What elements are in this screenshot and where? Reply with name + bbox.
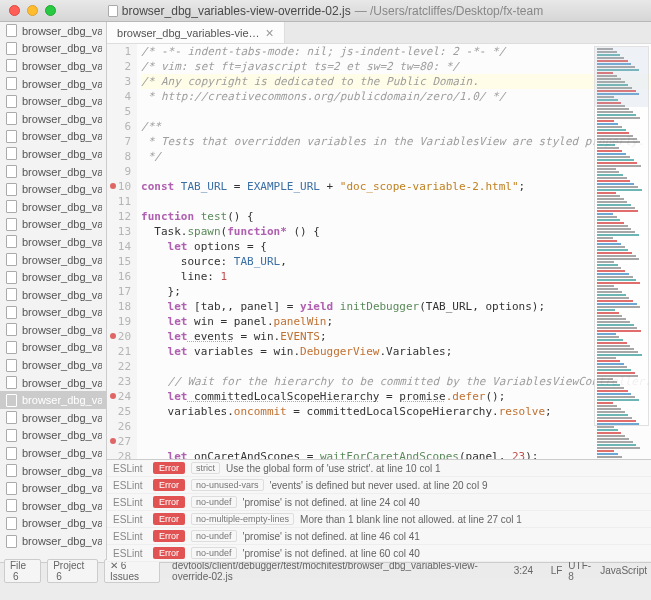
- language-mode[interactable]: JavaScript: [600, 565, 647, 576]
- breakpoint-icon[interactable]: [110, 393, 116, 399]
- file-sidebar[interactable]: browser_dbg_variables-viewbrowser_dbg_va…: [0, 22, 107, 562]
- sidebar-item-label: browser_dbg_variables-view: [22, 148, 102, 160]
- document-icon: [6, 200, 17, 213]
- file-issue-count[interactable]: File 6: [4, 559, 41, 583]
- sidebar-item[interactable]: browser_dbg_variables-view: [0, 22, 106, 40]
- lint-row[interactable]: ESLintErrorno-multiple-empty-linesMore t…: [107, 511, 651, 528]
- sidebar-item[interactable]: browser_dbg_variables-view: [0, 304, 106, 322]
- lint-row[interactable]: ESLintErrorno-undef'promise' is not defi…: [107, 528, 651, 545]
- breakpoint-icon[interactable]: [110, 438, 116, 444]
- document-icon: [6, 42, 17, 55]
- sidebar-item[interactable]: browser_dbg_variables-view: [0, 532, 106, 550]
- sidebar-item[interactable]: browser_dbg_variables-view: [0, 92, 106, 110]
- sidebar-item[interactable]: browser_dbg_variables-view: [0, 356, 106, 374]
- sidebar-item[interactable]: browser_dbg_variables-view: [0, 198, 106, 216]
- line-ending[interactable]: LF: [551, 565, 563, 576]
- sidebar-item[interactable]: browser_dbg_variables-view: [0, 40, 106, 58]
- sidebar-item-label: browser_dbg_variables-view: [22, 271, 102, 283]
- lint-message: More than 1 blank line not allowed. at l…: [300, 514, 522, 525]
- code-line[interactable]: /* vim: set ft=javascript ts=2 et sw=2 t…: [141, 59, 651, 74]
- lint-row[interactable]: ESLintErrorno-unused-vars'events' is def…: [107, 477, 651, 494]
- code-line[interactable]: [141, 359, 651, 374]
- code-line[interactable]: variables.oncommit = committedLocalScope…: [141, 404, 651, 419]
- sidebar-item[interactable]: browser_dbg_variables-view: [0, 374, 106, 392]
- sidebar-item-label: browser_dbg_variables-view: [22, 482, 102, 494]
- sidebar-item[interactable]: browser_dbg_variables-view: [0, 515, 106, 533]
- code-line[interactable]: /* -*- indent-tabs-mode: nil; js-indent-…: [141, 44, 651, 59]
- sidebar-item[interactable]: browser_dbg_variables-view: [0, 163, 106, 181]
- editor-tab[interactable]: browser_dbg_variables-vie… ×: [107, 22, 285, 43]
- code-line[interactable]: source: TAB_URL,: [141, 254, 651, 269]
- sidebar-item[interactable]: browser_dbg_variables-view: [0, 391, 106, 409]
- code-line[interactable]: [141, 434, 651, 449]
- code-line[interactable]: [141, 164, 651, 179]
- sidebar-item[interactable]: browser_dbg_variables-view: [0, 339, 106, 357]
- sidebar-item[interactable]: browser_dbg_variables-view: [0, 233, 106, 251]
- line-gutter[interactable]: 1234567891011121314151617181920212223242…: [107, 44, 137, 459]
- code-line[interactable]: const TAB_URL = EXAMPLE_URL + "doc_scope…: [141, 179, 651, 194]
- sidebar-item[interactable]: browser_dbg_variables-view: [0, 75, 106, 93]
- sidebar-item[interactable]: browser_dbg_variables-view: [0, 216, 106, 234]
- code-line[interactable]: function test() {: [141, 209, 651, 224]
- minimap[interactable]: [594, 46, 649, 426]
- code-line[interactable]: let win = panel.panelWin;: [141, 314, 651, 329]
- tab-close-icon[interactable]: ×: [266, 26, 274, 40]
- code-line[interactable]: // Wait for the hierarchy to be committe…: [141, 374, 651, 389]
- sidebar-item[interactable]: browser_dbg_variables-view: [0, 479, 106, 497]
- sidebar-item[interactable]: browser_dbg_variables-view: [0, 268, 106, 286]
- lint-tool: ESLint: [113, 463, 147, 474]
- sidebar-item[interactable]: browser_dbg_variables-view: [0, 145, 106, 163]
- close-window-icon[interactable]: [9, 5, 20, 16]
- code-line[interactable]: [141, 194, 651, 209]
- sidebar-item[interactable]: browser_dbg_variables-view: [0, 128, 106, 146]
- sidebar-item[interactable]: browser_dbg_variables-view: [0, 286, 106, 304]
- code-line[interactable]: */: [141, 149, 651, 164]
- sidebar-item[interactable]: browser_dbg_variables-view: [0, 427, 106, 445]
- sidebar-item[interactable]: browser_dbg_variables-view: [0, 180, 106, 198]
- lint-message: 'events' is defined but never used. at l…: [270, 480, 488, 491]
- code-line[interactable]: let [tab,, panel] = yield initDebugger(T…: [141, 299, 651, 314]
- project-issue-count[interactable]: Project 6: [47, 559, 98, 583]
- lint-row[interactable]: ESLintErrorstrictUse the global form of …: [107, 460, 651, 477]
- sidebar-item[interactable]: browser_dbg_variables-view: [0, 110, 106, 128]
- breakpoint-icon[interactable]: [110, 183, 116, 189]
- lint-severity-badge: Error: [153, 513, 185, 525]
- main-split: browser_dbg_variables-viewbrowser_dbg_va…: [0, 22, 651, 562]
- code-line[interactable]: let committedLocalScopeHierarchy = promi…: [141, 389, 651, 404]
- document-icon: [6, 535, 17, 548]
- encoding[interactable]: UTF-8: [568, 560, 594, 582]
- lint-tool: ESLint: [113, 480, 147, 491]
- code-line[interactable]: let onCaretAndScopes = waitForCaretAndSc…: [141, 449, 651, 459]
- document-icon: [6, 130, 17, 143]
- code-line[interactable]: Task.spawn(function* () {: [141, 224, 651, 239]
- code-line[interactable]: * Tests that overridden variables in the…: [141, 134, 651, 149]
- code-line[interactable]: let events = win.EVENTS;: [141, 329, 651, 344]
- sidebar-item[interactable]: browser_dbg_variables-view: [0, 251, 106, 269]
- code-line[interactable]: [141, 104, 651, 119]
- minimap-viewport[interactable]: [595, 47, 648, 107]
- issue-summary-bar: File 6 Project 6 ✕ 6 Issues devtools/cli…: [0, 562, 651, 578]
- zoom-window-icon[interactable]: [45, 5, 56, 16]
- lint-row[interactable]: ESLintErrorno-undef'promise' is not defi…: [107, 545, 651, 562]
- sidebar-item[interactable]: browser_dbg_variables-view: [0, 409, 106, 427]
- code-line[interactable]: };: [141, 284, 651, 299]
- code-line[interactable]: /* Any copyright is dedicated to the Pub…: [141, 74, 651, 89]
- sidebar-item[interactable]: browser_dbg_variables-view: [0, 462, 106, 480]
- code-line[interactable]: let variables = win.DebuggerView.Variabl…: [141, 344, 651, 359]
- code-line[interactable]: * http://creativecommons.org/publicdomai…: [141, 89, 651, 104]
- code-line[interactable]: [141, 419, 651, 434]
- sidebar-item[interactable]: browser_dbg_variables-view: [0, 444, 106, 462]
- code-line[interactable]: /**: [141, 119, 651, 134]
- breakpoint-icon[interactable]: [110, 333, 116, 339]
- sidebar-item[interactable]: browser_dbg_variables-view: [0, 57, 106, 75]
- sidebar-item[interactable]: browser_dbg_variables-view: [0, 497, 106, 515]
- code-line[interactable]: line: 1: [141, 269, 651, 284]
- sidebar-item[interactable]: browser_dbg_variables-view: [0, 321, 106, 339]
- code-area[interactable]: 1234567891011121314151617181920212223242…: [107, 44, 651, 459]
- cursor-position[interactable]: 3:24: [514, 565, 533, 576]
- issues-pill[interactable]: ✕ 6 Issues: [104, 559, 160, 583]
- code-line[interactable]: let options = {: [141, 239, 651, 254]
- minimize-window-icon[interactable]: [27, 5, 38, 16]
- lint-row[interactable]: ESLintErrorno-undef'promise' is not defi…: [107, 494, 651, 511]
- code-content[interactable]: /* -*- indent-tabs-mode: nil; js-indent-…: [137, 44, 651, 459]
